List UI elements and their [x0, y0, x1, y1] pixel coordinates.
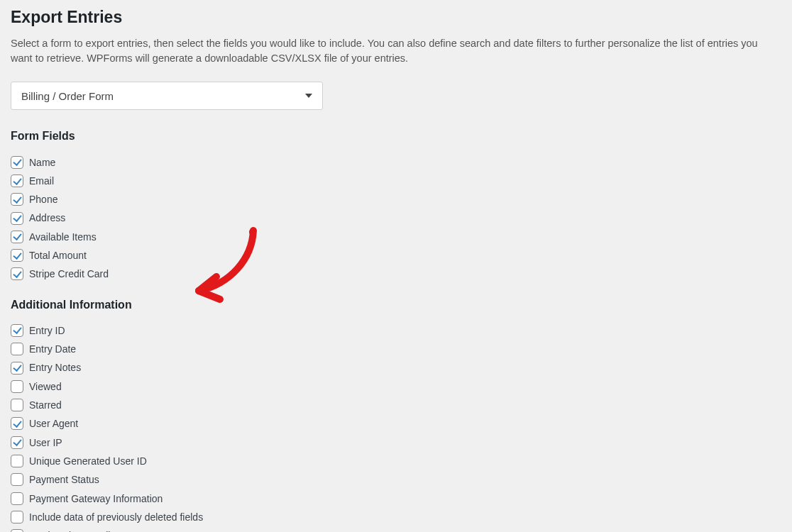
checkbox-row: Address [11, 209, 781, 227]
checkbox[interactable] [11, 511, 23, 523]
checkbox-row: Stripe Credit Card [11, 265, 781, 283]
checkbox[interactable] [11, 249, 23, 262]
checkbox[interactable] [11, 212, 23, 225]
additional-info-heading: Additional Information [11, 297, 781, 313]
checkbox-label[interactable]: User Agent [29, 416, 78, 431]
additional-info-list: Entry IDEntry DateEntry NotesViewedStarr… [11, 321, 781, 532]
checkbox[interactable] [11, 267, 23, 280]
checkbox-label[interactable]: Name [29, 155, 55, 170]
chevron-down-icon [305, 94, 312, 98]
checkbox-row: Starred [11, 396, 781, 414]
checkbox-label[interactable]: Phone [29, 192, 57, 206]
checkbox[interactable] [11, 417, 23, 430]
checkbox[interactable] [11, 324, 23, 337]
checkbox-row: Name [11, 153, 781, 172]
form-select[interactable]: Billing / Order Form [11, 82, 323, 110]
checkbox[interactable] [11, 436, 23, 449]
checkbox-label[interactable]: Starred [29, 398, 62, 412]
checkbox-row: Payment Gateway Information [11, 489, 781, 508]
checkbox-label[interactable]: Entry ID [29, 323, 65, 338]
checkbox-row: User Agent [11, 414, 781, 433]
checkbox-label[interactable]: Geolocation Details [29, 528, 115, 532]
checkbox-label[interactable]: Include data of previously deleted field… [29, 510, 203, 524]
checkbox[interactable] [11, 399, 23, 411]
checkbox[interactable] [11, 156, 23, 169]
checkbox[interactable] [11, 380, 23, 393]
checkbox-row: Entry Date [11, 340, 781, 358]
checkbox-row: Unique Generated User ID [11, 452, 781, 470]
checkbox-label[interactable]: Entry Notes [29, 360, 81, 375]
checkbox-row: Entry ID [11, 321, 781, 340]
checkbox[interactable] [11, 455, 23, 467]
checkbox-label[interactable]: Total Amount [29, 248, 87, 262]
checkbox-label[interactable]: Unique Generated User ID [29, 454, 147, 468]
checkbox-row: Include data of previously deleted field… [11, 508, 781, 526]
checkbox-row: Email [11, 172, 781, 190]
checkbox[interactable] [11, 529, 23, 532]
checkbox[interactable] [11, 231, 23, 243]
checkbox-label[interactable]: Available Items [29, 230, 97, 244]
checkbox-row: Available Items [11, 228, 781, 246]
checkbox-label[interactable]: Payment Status [29, 472, 99, 487]
checkbox-label[interactable]: Viewed [29, 379, 62, 394]
checkbox-label[interactable]: User IP [29, 436, 62, 450]
checkbox-label[interactable]: Stripe Credit Card [29, 267, 109, 281]
checkbox-row: Viewed [11, 377, 781, 396]
checkbox-label[interactable]: Email [29, 174, 54, 188]
checkbox[interactable] [11, 362, 23, 375]
checkbox-row: Entry Notes [11, 358, 781, 377]
form-fields-list: NameEmailPhoneAddressAvailable ItemsTota… [11, 153, 781, 284]
form-fields-heading: Form Fields [11, 128, 781, 144]
page-title: Export Entries [11, 6, 781, 29]
export-entries-panel: Export Entries Select a form to export e… [0, 6, 792, 532]
checkbox-label[interactable]: Entry Date [29, 342, 76, 356]
checkbox-label[interactable]: Payment Gateway Information [29, 492, 163, 506]
checkbox-row: Payment Status [11, 470, 781, 489]
checkbox[interactable] [11, 343, 23, 355]
checkbox-row: User IP [11, 433, 781, 452]
checkbox[interactable] [11, 473, 23, 486]
checkbox-row: Total Amount [11, 246, 781, 265]
checkbox[interactable] [11, 174, 23, 187]
checkbox[interactable] [11, 193, 23, 206]
page-description: Select a form to export entries, then se… [11, 36, 777, 66]
checkbox-row: Geolocation Details [11, 526, 781, 532]
form-select-value: Billing / Order Form [21, 89, 114, 104]
checkbox[interactable] [11, 492, 23, 505]
checkbox-label[interactable]: Address [29, 211, 65, 225]
checkbox-row: Phone [11, 190, 781, 209]
